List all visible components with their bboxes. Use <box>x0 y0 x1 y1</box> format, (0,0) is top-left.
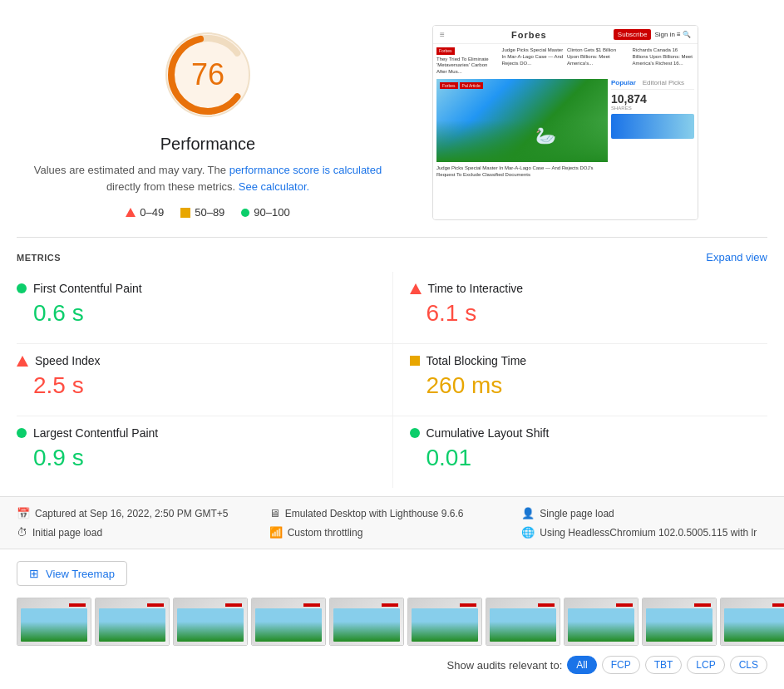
thumb-red-bar-4 <box>303 603 320 607</box>
performance-title: Performance <box>160 135 256 154</box>
legend-orange-label: 50–89 <box>195 206 224 219</box>
thumb-inner-8 <box>565 598 638 645</box>
filter-fcp-button[interactable]: FCP <box>602 656 640 674</box>
thumb-content-3 <box>177 608 244 642</box>
legend: 0–49 50–89 90–100 <box>126 206 289 219</box>
cls-value: 0.01 <box>410 445 755 471</box>
timer-icon: ⏱ <box>17 526 27 539</box>
triangle-red-icon <box>126 208 136 217</box>
single-page-text: Single page load <box>540 508 614 519</box>
info-initial-load: ⏱ Initial page load <box>17 526 263 539</box>
info-captured: 📅 Captured at Sep 16, 2022, 2:50 PM GMT+… <box>17 507 263 519</box>
dot-green-icon <box>241 209 249 217</box>
mock-bird: 🦢 <box>535 125 556 145</box>
expand-view-btn[interactable]: Expand view <box>706 251 767 263</box>
view-treemap-button[interactable]: ⊞ View Treemap <box>17 561 127 586</box>
metric-fcp-name-row: First Contentful Paint <box>17 282 379 295</box>
metric-lcp: Largest Contentful Paint 0.9 s <box>17 416 392 488</box>
thumb-red-bar-9 <box>694 603 711 607</box>
fcp-dot-green-icon <box>17 283 27 293</box>
metrics-label: METRICS <box>17 253 61 263</box>
thumbnail-3 <box>173 598 248 646</box>
filter-lcp-button[interactable]: LCP <box>687 656 724 674</box>
mock-logo: Forbes <box>511 30 547 40</box>
thumb-content-4 <box>255 608 322 642</box>
legend-green-label: 90–100 <box>254 206 289 219</box>
thumb-content-10 <box>724 608 784 642</box>
thumb-content-1 <box>21 608 87 642</box>
performance-gauge: 76 <box>158 25 258 125</box>
thumb-inner-9 <box>643 598 716 645</box>
filter-tbt-button[interactable]: TBT <box>645 656 683 674</box>
chromium-text: Using HeadlessChromium 102.0.5005.115 wi… <box>540 527 757 539</box>
metrics-header: METRICS Expand view <box>0 238 784 272</box>
info-bar: 📅 Captured at Sep 16, 2022, 2:50 PM GMT+… <box>0 496 784 549</box>
thumb-content-9 <box>646 608 713 642</box>
tti-triangle-red-icon <box>410 283 422 294</box>
thumb-inner-1 <box>17 598 91 645</box>
treemap-icon: ⊞ <box>29 567 39 580</box>
metric-fcp: First Contentful Paint 0.6 s <box>17 272 392 344</box>
thumb-red-bar-8 <box>616 603 633 607</box>
mock-tag-2: Pal Article <box>460 82 483 89</box>
filter-cls-button[interactable]: CLS <box>730 656 767 674</box>
thumbnail-9 <box>642 598 717 646</box>
thumb-content-7 <box>490 608 556 642</box>
mock-header: ≡ Forbes Subscribe Sign in ≡ 🔍 <box>433 26 698 44</box>
thumb-inner-2 <box>96 598 169 645</box>
square-orange-icon <box>180 208 190 218</box>
si-triangle-red-icon <box>17 356 28 367</box>
metric-tbt: Total Blocking Time 260 ms <box>392 344 768 416</box>
thumb-red-bar-2 <box>147 603 164 607</box>
thumbnail-5 <box>329 598 404 646</box>
legend-orange: 50–89 <box>180 206 224 219</box>
thumbnails-section <box>0 598 784 646</box>
captured-text: Captured at Sep 16, 2022, 2:50 PM GMT+5 <box>35 508 228 519</box>
mock-articles: Forbes They Tried To Eliminate 'Metavers… <box>436 47 694 76</box>
cls-dot-green-icon <box>410 428 420 438</box>
calculator-link[interactable]: See calculator. <box>239 180 309 193</box>
tbt-label: Total Blocking Time <box>427 354 527 367</box>
user-icon: 👤 <box>521 507 535 519</box>
desktop-icon: 🖥 <box>269 507 280 519</box>
metric-cls-name-row: Cumulative Layout Shift <box>410 426 755 440</box>
tbt-value: 260 ms <box>410 372 755 399</box>
thumb-content-8 <box>568 608 634 642</box>
mock-tag-1: Forbes <box>440 82 458 89</box>
performance-description: Values are estimated and may vary. The p… <box>33 162 382 194</box>
emulated-text[interactable]: Emulated Desktop with Lighthouse 9.6.6 <box>285 508 464 519</box>
mock-caption: Judge Picks Special Master In Mar-A-Lago… <box>436 165 608 179</box>
score-section: 76 Performance Values are estimated and … <box>0 0 784 237</box>
mock-nav: Sign in ≡ 🔍 <box>654 31 691 38</box>
treemap-section: ⊞ View Treemap <box>0 549 784 598</box>
metric-tti-name-row: Time to Interactive <box>410 282 755 295</box>
tbt-square-orange-icon <box>410 356 420 366</box>
initial-load-text: Initial page load <box>32 527 102 539</box>
thumb-red-bar-3 <box>225 603 242 607</box>
thumbnail-1 <box>17 598 91 646</box>
thumb-red-bar-6 <box>460 603 476 607</box>
mock-article-2: Judge Picks Special Master In Mar-A-Lago… <box>502 47 565 76</box>
thumb-content-6 <box>412 608 478 642</box>
desc-mid: directly from these metrics. <box>106 180 235 193</box>
fcp-label: First Contentful Paint <box>33 282 142 295</box>
info-single-page: 👤 Single page load <box>521 507 767 519</box>
mock-article-4: Richards Canada 16 Billions Upon Billion… <box>633 47 695 76</box>
globe-icon: 🌐 <box>521 526 535 539</box>
thumbnail-4 <box>251 598 326 646</box>
thumb-red-bar-5 <box>382 603 398 607</box>
fcp-value: 0.6 s <box>17 300 379 327</box>
mock-palm-trees <box>436 121 608 162</box>
screenshot-mockup: ≡ Forbes Subscribe Sign in ≡ 🔍 Forbes Th… <box>433 26 698 219</box>
throttling-text: Custom throttling <box>288 527 363 539</box>
thumb-inner-3 <box>174 598 247 645</box>
thumb-inner-6 <box>408 598 481 645</box>
tti-value: 6.1 s <box>410 300 755 327</box>
filter-all-button[interactable]: All <box>567 656 596 674</box>
info-chromium: 🌐 Using HeadlessChromium 102.0.5005.115 … <box>521 526 767 539</box>
screenshot-preview: ≡ Forbes Subscribe Sign in ≡ 🔍 Forbes Th… <box>432 25 698 220</box>
mock-article-3: Clinton Gets $1 Billion Upon Billions: M… <box>567 47 629 76</box>
perf-score-link[interactable]: performance score is calculated <box>229 164 382 176</box>
treemap-label: View Treemap <box>46 568 115 580</box>
thumbnail-7 <box>486 598 560 646</box>
